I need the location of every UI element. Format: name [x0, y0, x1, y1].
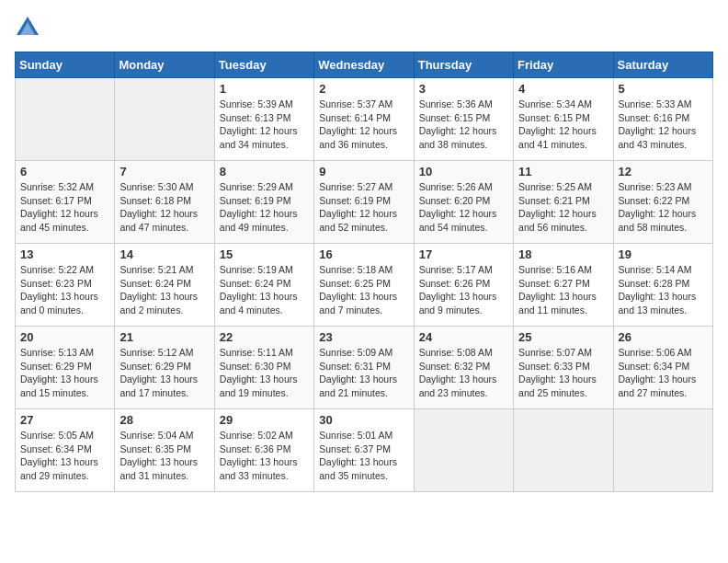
cell-content: Sunrise: 5:05 AM Sunset: 6:34 PM Dayligh…	[20, 429, 109, 483]
cell-content: Sunrise: 5:19 AM Sunset: 6:24 PM Dayligh…	[220, 263, 309, 317]
cell-content: Sunrise: 5:06 AM Sunset: 6:34 PM Dayligh…	[619, 346, 708, 400]
cell-content: Sunrise: 5:12 AM Sunset: 6:29 PM Dayligh…	[119, 346, 209, 400]
cell-content: Sunrise: 5:04 AM Sunset: 6:35 PM Dayligh…	[119, 429, 209, 483]
weekday-header: Friday	[514, 52, 613, 78]
calendar-cell: 2Sunrise: 5:37 AM Sunset: 6:14 PM Daylig…	[314, 78, 414, 161]
day-number: 8	[220, 165, 309, 178]
cell-content: Sunrise: 5:36 AM Sunset: 6:15 PM Dayligh…	[419, 98, 508, 152]
calendar-cell: 12Sunrise: 5:23 AM Sunset: 6:22 PM Dayli…	[613, 161, 712, 244]
day-number: 1	[220, 82, 309, 96]
cell-content: Sunrise: 5:23 AM Sunset: 6:22 PM Dayligh…	[619, 180, 708, 235]
day-number: 27	[20, 413, 109, 427]
cell-content: Sunrise: 5:27 AM Sunset: 6:19 PM Dayligh…	[319, 180, 408, 235]
calendar-cell: 26Sunrise: 5:06 AM Sunset: 6:34 PM Dayli…	[613, 327, 712, 409]
weekday-header: Wednesday	[314, 52, 414, 78]
weekday-header: Monday	[115, 52, 214, 78]
day-number: 4	[518, 82, 608, 96]
cell-content: Sunrise: 5:34 AM Sunset: 6:15 PM Dayligh…	[518, 98, 608, 152]
cell-content: Sunrise: 5:08 AM Sunset: 6:32 PM Dayligh…	[419, 346, 508, 400]
day-number: 9	[319, 165, 408, 178]
cell-content: Sunrise: 5:25 AM Sunset: 6:21 PM Dayligh…	[518, 180, 608, 235]
day-number: 26	[619, 330, 708, 344]
page-header	[15, 15, 713, 40]
day-number: 21	[119, 330, 209, 344]
calendar-cell: 15Sunrise: 5:19 AM Sunset: 6:24 PM Dayli…	[214, 244, 313, 327]
cell-content: Sunrise: 5:26 AM Sunset: 6:20 PM Dayligh…	[419, 180, 508, 235]
calendar-cell: 6Sunrise: 5:32 AM Sunset: 6:17 PM Daylig…	[16, 161, 115, 244]
calendar-cell: 25Sunrise: 5:07 AM Sunset: 6:33 PM Dayli…	[514, 327, 613, 409]
day-number: 7	[119, 165, 209, 178]
day-number: 25	[518, 330, 608, 344]
calendar-cell	[613, 409, 712, 492]
day-number: 15	[220, 247, 309, 261]
cell-content: Sunrise: 5:13 AM Sunset: 6:29 PM Dayligh…	[20, 346, 109, 400]
cell-content: Sunrise: 5:29 AM Sunset: 6:19 PM Dayligh…	[220, 180, 309, 235]
day-number: 19	[619, 247, 708, 261]
day-number: 5	[619, 82, 708, 96]
cell-content: Sunrise: 5:37 AM Sunset: 6:14 PM Dayligh…	[319, 98, 408, 152]
day-number: 10	[419, 165, 508, 178]
calendar-cell: 20Sunrise: 5:13 AM Sunset: 6:29 PM Dayli…	[16, 327, 115, 409]
day-number: 30	[319, 413, 408, 427]
cell-content: Sunrise: 5:02 AM Sunset: 6:36 PM Dayligh…	[220, 429, 309, 483]
calendar-cell: 27Sunrise: 5:05 AM Sunset: 6:34 PM Dayli…	[16, 409, 115, 492]
day-number: 23	[319, 330, 408, 344]
calendar-cell: 21Sunrise: 5:12 AM Sunset: 6:29 PM Dayli…	[115, 327, 214, 409]
day-number: 6	[20, 165, 109, 178]
calendar-cell: 19Sunrise: 5:14 AM Sunset: 6:28 PM Dayli…	[613, 244, 712, 327]
calendar-cell: 14Sunrise: 5:21 AM Sunset: 6:24 PM Dayli…	[115, 244, 214, 327]
calendar-cell	[16, 78, 115, 161]
cell-content: Sunrise: 5:17 AM Sunset: 6:26 PM Dayligh…	[419, 263, 508, 317]
calendar-cell	[414, 409, 513, 492]
calendar-cell	[115, 78, 214, 161]
weekday-header: Sunday	[16, 52, 115, 78]
calendar-cell: 13Sunrise: 5:22 AM Sunset: 6:23 PM Dayli…	[16, 244, 115, 327]
calendar-cell: 5Sunrise: 5:33 AM Sunset: 6:16 PM Daylig…	[613, 78, 712, 161]
day-number: 28	[119, 413, 209, 427]
day-number: 14	[119, 247, 209, 261]
calendar-cell: 18Sunrise: 5:16 AM Sunset: 6:27 PM Dayli…	[514, 244, 613, 327]
day-number: 24	[419, 330, 508, 344]
day-number: 16	[319, 247, 408, 261]
calendar-cell: 10Sunrise: 5:26 AM Sunset: 6:20 PM Dayli…	[414, 161, 513, 244]
calendar-cell: 30Sunrise: 5:01 AM Sunset: 6:37 PM Dayli…	[314, 409, 414, 492]
cell-content: Sunrise: 5:39 AM Sunset: 6:13 PM Dayligh…	[220, 98, 309, 152]
weekday-header: Tuesday	[214, 52, 313, 78]
calendar-cell: 24Sunrise: 5:08 AM Sunset: 6:32 PM Dayli…	[414, 327, 513, 409]
day-number: 18	[518, 247, 608, 261]
calendar-cell: 3Sunrise: 5:36 AM Sunset: 6:15 PM Daylig…	[414, 78, 513, 161]
day-number: 13	[20, 247, 109, 261]
day-number: 2	[319, 82, 408, 96]
weekday-header: Thursday	[414, 52, 513, 78]
calendar-cell: 23Sunrise: 5:09 AM Sunset: 6:31 PM Dayli…	[314, 327, 414, 409]
logo	[15, 15, 44, 40]
cell-content: Sunrise: 5:11 AM Sunset: 6:30 PM Dayligh…	[220, 346, 309, 400]
calendar-cell	[514, 409, 613, 492]
calendar-cell: 7Sunrise: 5:30 AM Sunset: 6:18 PM Daylig…	[115, 161, 214, 244]
calendar-cell: 16Sunrise: 5:18 AM Sunset: 6:25 PM Dayli…	[314, 244, 414, 327]
weekday-header: Saturday	[613, 52, 712, 78]
day-number: 22	[220, 330, 309, 344]
day-number: 29	[220, 413, 309, 427]
cell-content: Sunrise: 5:33 AM Sunset: 6:16 PM Dayligh…	[619, 98, 708, 152]
day-number: 20	[20, 330, 109, 344]
calendar-cell: 22Sunrise: 5:11 AM Sunset: 6:30 PM Dayli…	[214, 327, 313, 409]
day-number: 3	[419, 82, 508, 96]
cell-content: Sunrise: 5:01 AM Sunset: 6:37 PM Dayligh…	[319, 429, 408, 483]
calendar-cell: 29Sunrise: 5:02 AM Sunset: 6:36 PM Dayli…	[214, 409, 313, 492]
cell-content: Sunrise: 5:22 AM Sunset: 6:23 PM Dayligh…	[20, 263, 109, 317]
day-number: 12	[619, 165, 708, 178]
calendar-table: SundayMondayTuesdayWednesdayThursdayFrid…	[15, 52, 713, 492]
cell-content: Sunrise: 5:18 AM Sunset: 6:25 PM Dayligh…	[319, 263, 408, 317]
calendar-cell: 28Sunrise: 5:04 AM Sunset: 6:35 PM Dayli…	[115, 409, 214, 492]
cell-content: Sunrise: 5:14 AM Sunset: 6:28 PM Dayligh…	[619, 263, 708, 317]
cell-content: Sunrise: 5:07 AM Sunset: 6:33 PM Dayligh…	[518, 346, 608, 400]
calendar-cell: 4Sunrise: 5:34 AM Sunset: 6:15 PM Daylig…	[514, 78, 613, 161]
cell-content: Sunrise: 5:32 AM Sunset: 6:17 PM Dayligh…	[20, 180, 109, 235]
calendar-cell: 1Sunrise: 5:39 AM Sunset: 6:13 PM Daylig…	[214, 78, 313, 161]
calendar-cell: 9Sunrise: 5:27 AM Sunset: 6:19 PM Daylig…	[314, 161, 414, 244]
cell-content: Sunrise: 5:16 AM Sunset: 6:27 PM Dayligh…	[518, 263, 608, 317]
cell-content: Sunrise: 5:09 AM Sunset: 6:31 PM Dayligh…	[319, 346, 408, 400]
day-number: 17	[419, 247, 508, 261]
cell-content: Sunrise: 5:21 AM Sunset: 6:24 PM Dayligh…	[119, 263, 209, 317]
